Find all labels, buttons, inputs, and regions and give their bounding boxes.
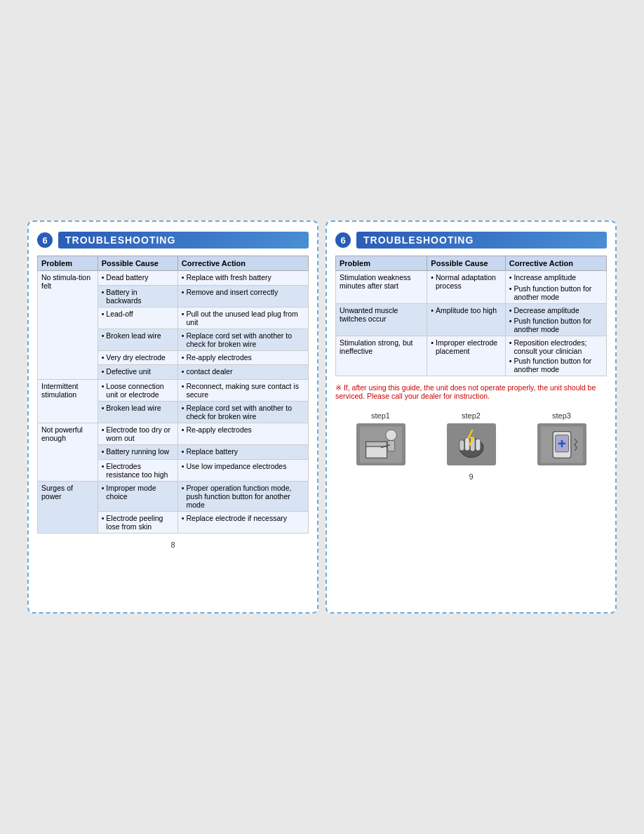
col-header-problem-left: Problem [38,256,98,271]
table-row: Stimulation weakness minutes after start… [336,271,607,304]
action-cell: •Replace battery [177,444,308,459]
step-label-3: step3 [552,411,571,420]
table-row: Stimulation strong, but ineffective •Imp… [336,336,607,376]
cause-text: Normal adaptation process [436,273,502,290]
cause-cell: •Electrodes resistance too high [98,459,177,481]
action-text: Decrease amplitude [514,306,579,315]
action-text: contact dealer [186,367,232,376]
col-header-action-left: Corrective Action [177,256,308,271]
action-text: Replace cord set with another to check f… [186,331,304,348]
action-text: Re-apply electrodes [186,425,251,434]
action-text: Push function button for another mode [514,357,603,373]
cause-cell: •Defective unit [98,365,177,380]
svg-rect-8 [459,439,464,450]
action-text: Push function button for another mode [514,284,603,301]
page-right: 6 TROUBLESHOOTING Problem Possible Cause… [326,220,617,614]
step-image-1 [356,423,405,465]
cause-text: Amplitude too high [436,306,497,315]
cause-text: Very dry electrode [106,353,166,362]
cause-cell: •Battery running low [98,444,177,459]
note-content: ※ If, after using this guide, the unit d… [335,383,596,400]
step-image-2 [447,423,496,465]
cause-text: Improper mode choice [106,484,173,501]
cause-cell: •Electrode too dry or worn out [98,423,177,444]
cause-text: Improper electrode placement [436,338,502,355]
col-header-cause-right: Possible Cause [427,256,505,271]
cause-cell: •Battery in backwards [98,285,177,307]
cause-cell: •Improper electrode placement [427,336,505,376]
action-text: Re-apply electrodes [186,353,251,362]
svg-point-3 [385,430,396,440]
action-cell: •Use low impedance electrodes [177,459,308,481]
step-item-3: step3 [537,411,586,465]
action-cell: •Increase amplitude •Push function butto… [505,271,606,304]
section-header-right: 6 TROUBLESHOOTING [335,232,607,249]
cause-cell: •Broken lead wire [98,329,177,350]
cause-cell: •Lead-off [98,307,177,329]
cause-cell: •Improper mode choice [98,481,177,511]
section-title-left: TROUBLESHOOTING [58,232,309,249]
cause-text: Broken lead wire [106,331,161,340]
col-header-cause-left: Possible Cause [98,256,177,271]
action-text: Replace with fresh battery [186,273,271,282]
col-header-action-right: Corrective Action [505,256,606,271]
cause-text: Battery running low [106,447,169,456]
cause-text: Loose connection unit or electrode [106,382,173,399]
cause-text: Battery in backwards [106,288,173,305]
cause-cell: •Very dry electrode [98,350,177,365]
action-cell: •Pull out the unused lead plug from unit [177,307,308,329]
pages-container: 6 TROUBLESHOOTING Problem Possible Cause… [13,206,631,628]
action-text: Proper operation function mode, push fun… [186,484,304,509]
table-row: Not powerful enough •Electrode too dry o… [38,423,309,444]
section-number-left: 6 [37,232,53,248]
cause-cell: •Normal adaptation process [427,271,505,304]
svg-rect-4 [387,440,394,451]
problem-cell: Intermittent stimulation [38,379,98,423]
problem-cell: Unwanted muscle twitches occur [336,303,427,336]
action-text: Replace battery [186,447,238,456]
cause-text: Lead-off [106,310,133,318]
action-text: Reposition electrodes; consult your clin… [514,338,603,355]
problem-cell: Surges of power [38,481,98,533]
action-text: Reconnect, making sure contact is secure [186,382,304,399]
action-cell: •Replace cord set with another to check … [177,401,308,423]
action-text: Push function button for another mode [514,317,603,333]
action-cell: •Replace with fresh battery [177,271,308,286]
action-cell: •Replace cord set with another to check … [177,329,308,350]
svg-rect-2 [365,442,387,446]
svg-rect-11 [476,439,481,451]
cause-text: Dead battery [106,273,148,282]
cause-text: Defective unit [106,367,151,376]
problem-cell: Not powerful enough [38,423,98,481]
action-cell: •Reposition electrodes; consult your cli… [505,336,606,376]
cause-cell: •Electrode peeling lose from skin [98,511,177,533]
section-title-right: TROUBLESHOOTING [356,232,607,249]
cause-cell: •Broken lead wire [98,401,177,423]
step-item-1: step1 [356,411,405,465]
cause-text: Electrodes resistance too high [106,462,173,479]
step-item-2: step2 [447,411,496,465]
note-text: ※ If, after using this guide, the unit d… [335,383,607,400]
svg-rect-9 [464,437,469,451]
step-label-2: step2 [462,411,481,420]
troubleshooting-table-right: Problem Possible Cause Corrective Action… [335,256,607,376]
col-header-problem-right: Problem [336,256,427,271]
cause-cell: •Dead battery [98,271,177,286]
action-cell: •Decrease amplitude •Push function butto… [505,303,606,336]
page-left: 6 TROUBLESHOOTING Problem Possible Cause… [27,220,318,614]
problem-cell: Stimulation strong, but ineffective [336,336,427,376]
section-header-left: 6 TROUBLESHOOTING [37,232,309,249]
page-number-right: 9 [335,472,607,481]
problem-cell: No stimula-tion felt [38,271,98,380]
section-number-right: 6 [335,232,351,248]
table-row: Intermittent stimulation •Loose connecti… [38,379,309,401]
cause-cell: •Loose connection unit or electrode [98,379,177,401]
troubleshooting-table-left: Problem Possible Cause Corrective Action… [37,256,309,534]
action-text: Replace electrode if necessary [186,514,287,522]
step-image-3 [537,423,586,465]
action-text: Remove and insert correctly [186,288,278,296]
cause-cell: •Amplitude too high [427,303,505,336]
action-cell: •Reconnect, making sure contact is secur… [177,379,308,401]
action-cell: •Re-apply electrodes [177,423,308,444]
step-label-1: step1 [371,411,390,420]
